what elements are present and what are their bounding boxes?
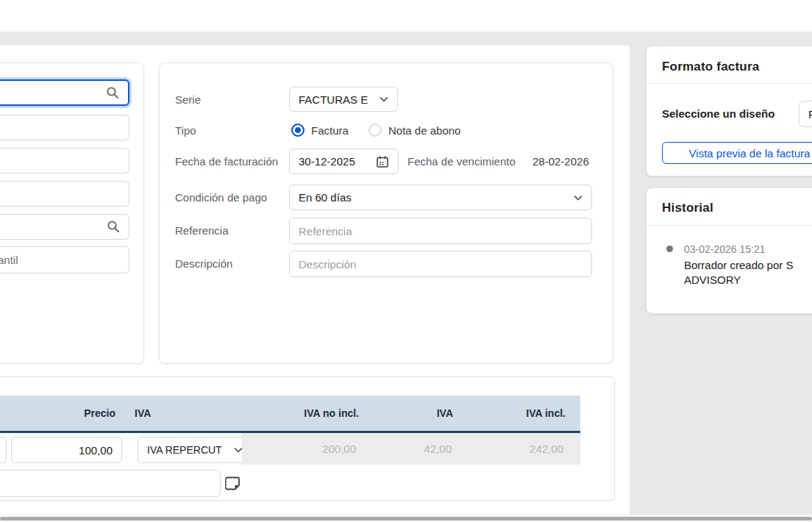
search-icon	[107, 220, 120, 233]
history-timestamp: 03-02-2026 15:21	[684, 243, 766, 255]
serie-label: Serie	[175, 93, 201, 106]
customer-field-3[interactable]	[0, 181, 129, 207]
col-header-iva: IVA	[135, 396, 151, 431]
history-bullet-icon	[666, 246, 673, 252]
descripcion-input[interactable]	[289, 251, 592, 277]
search-icon	[106, 86, 119, 99]
design-select-label: Seleccione un diseño	[662, 107, 774, 120]
preview-invoice-button[interactable]: Vista previa de la factura	[662, 142, 812, 164]
calendar-icon	[376, 155, 389, 168]
descripcion-label: Descripción	[175, 257, 232, 270]
formato-factura-title: Formato factura	[662, 60, 759, 74]
invoice-details-panel: Serie FACTURAS E Tipo Factura Nota de ab…	[159, 62, 613, 364]
computed-cells: 200,00 42,00 242,00	[242, 433, 580, 465]
chevron-down-icon	[380, 96, 388, 102]
serie-select[interactable]: FACTURAS E	[289, 87, 398, 112]
col-header-iva-incl: IVA incl.	[419, 396, 566, 431]
invoice-editor-page: Serie FACTURAS E Tipo Factura Nota de ab…	[0, 0, 812, 522]
table-header-row: Precio IVA IVA no incl. IVA IVA incl.	[0, 396, 580, 431]
radio-factura-label[interactable]: Factura	[311, 124, 349, 137]
referencia-input[interactable]	[289, 218, 592, 244]
note-icon[interactable]	[224, 475, 242, 493]
referencia-label: Referencia	[175, 224, 229, 237]
radio-nota-de-abono[interactable]	[368, 124, 382, 137]
radio-factura[interactable]	[291, 124, 304, 137]
condicion-pago-select[interactable]: En 60 días	[289, 185, 592, 210]
design-select-value: F	[808, 108, 812, 121]
customer-field-2[interactable]	[0, 148, 129, 174]
col-header-precio: Precio	[0, 396, 115, 431]
customer-field-4[interactable]	[0, 246, 129, 273]
design-select[interactable]: F	[799, 101, 812, 127]
formato-factura-card: Formato factura Seleccione un diseño F V…	[646, 46, 812, 176]
historial-card: Historial 03-02-2026 15:21 Borrador crea…	[646, 187, 812, 314]
serie-value: FACTURAS E	[299, 93, 368, 106]
precio-input[interactable]	[11, 437, 122, 463]
fecha-vencimiento-value: 28-02-2026	[533, 155, 589, 168]
fecha-facturacion-input[interactable]: 30-12-2025	[289, 149, 399, 174]
customer-field-1[interactable]	[0, 115, 129, 140]
customer-panel	[0, 62, 144, 364]
historial-title: Historial	[662, 201, 713, 215]
card-divider	[647, 225, 812, 226]
condicion-pago-value: En 60 días	[299, 191, 352, 204]
chevron-down-icon	[574, 195, 583, 201]
invoice-lines-panel: Precio IVA IVA no incl. IVA IVA incl. IV…	[0, 376, 615, 501]
fecha-vencimiento-label: Fecha de vencimiento	[407, 155, 516, 168]
card-divider	[647, 83, 812, 84]
horizontal-scrollbar-thumb[interactable]	[0, 517, 812, 521]
radio-nota-de-abono-label[interactable]: Nota de abono	[388, 124, 460, 137]
quantity-input[interactable]	[0, 437, 7, 463]
fecha-facturacion-label: Fecha de facturación	[175, 155, 278, 168]
line-description-input[interactable]	[0, 470, 221, 497]
history-text-line1: Borrador creado por S	[684, 259, 793, 271]
iva-incl-value: 242,00	[416, 433, 563, 465]
tipo-label: Tipo	[175, 124, 196, 137]
fecha-facturacion-value: 30-12-2025	[299, 155, 355, 168]
horizontal-scrollbar	[0, 515, 812, 522]
condicion-pago-label: Condición de pago	[175, 191, 267, 204]
history-text-line2: ADVISORY	[684, 273, 741, 286]
